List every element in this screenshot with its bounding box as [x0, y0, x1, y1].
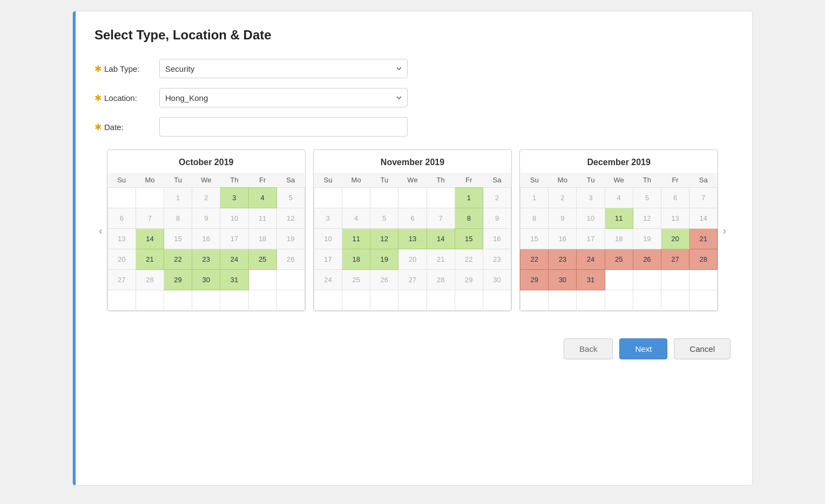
table-cell[interactable]: 31 [220, 270, 248, 290]
table-cell[interactable]: 25 [248, 249, 276, 270]
table-cell[interactable]: 27 [398, 270, 427, 290]
table-cell[interactable]: 24 [577, 249, 605, 270]
table-cell[interactable]: 18 [248, 229, 276, 249]
table-cell[interactable]: 18 [342, 249, 370, 270]
table-cell[interactable]: 5 [370, 208, 398, 229]
table-cell[interactable]: 3 [314, 208, 342, 229]
table-cell[interactable]: 22 [164, 249, 192, 270]
table-cell[interactable]: 25 [605, 249, 633, 270]
table-cell[interactable] [248, 270, 276, 290]
table-cell[interactable]: 17 [220, 229, 248, 249]
table-cell[interactable]: 7 [136, 208, 164, 229]
table-cell[interactable]: 28 [427, 270, 455, 290]
table-cell[interactable]: 12 [370, 229, 398, 249]
table-cell[interactable]: 1 [164, 188, 192, 208]
table-cell[interactable]: 11 [248, 208, 276, 229]
table-cell[interactable]: 6 [661, 188, 689, 208]
table-cell[interactable]: 2 [192, 188, 220, 208]
table-cell[interactable]: 29 [164, 270, 192, 290]
table-cell[interactable] [342, 188, 370, 208]
table-cell[interactable]: 16 [483, 229, 511, 249]
table-cell[interactable]: 23 [192, 249, 220, 270]
table-cell[interactable]: 24 [220, 249, 248, 270]
table-cell[interactable]: 16 [549, 229, 577, 249]
table-cell[interactable]: 19 [633, 229, 661, 249]
table-cell[interactable]: 7 [427, 208, 455, 229]
table-cell[interactable]: 21 [136, 249, 164, 270]
prev-arrow[interactable]: ‹ [94, 224, 107, 237]
table-cell[interactable]: 6 [107, 208, 136, 229]
table-cell[interactable] [398, 188, 427, 208]
table-cell[interactable]: 15 [164, 229, 192, 249]
table-cell[interactable]: 13 [398, 229, 427, 249]
location-select[interactable]: Hong_Kong Singapore Tokyo London [159, 88, 408, 107]
table-cell[interactable]: 19 [276, 229, 305, 249]
table-cell[interactable]: 16 [192, 229, 220, 249]
table-cell[interactable]: 17 [577, 229, 605, 249]
table-cell[interactable]: 8 [455, 208, 483, 229]
table-cell[interactable]: 24 [314, 270, 342, 290]
table-cell[interactable]: 10 [220, 208, 248, 229]
table-cell[interactable]: 4 [248, 188, 276, 208]
table-cell[interactable]: 10 [577, 208, 605, 229]
table-cell[interactable]: 13 [661, 208, 689, 229]
table-cell[interactable]: 5 [276, 188, 305, 208]
table-cell[interactable]: 31 [577, 270, 605, 290]
table-cell[interactable]: 4 [605, 188, 633, 208]
back-button[interactable]: Back [564, 338, 613, 359]
table-cell[interactable]: 2 [483, 188, 511, 208]
table-cell[interactable]: 26 [633, 249, 661, 270]
table-cell[interactable]: 7 [689, 188, 718, 208]
table-cell[interactable]: 26 [370, 270, 398, 290]
table-cell[interactable]: 29 [455, 270, 483, 290]
table-cell[interactable]: 28 [689, 249, 718, 270]
table-cell[interactable] [276, 270, 305, 290]
table-cell[interactable]: 28 [136, 270, 164, 290]
table-cell[interactable]: 12 [633, 208, 661, 229]
table-cell[interactable]: 22 [520, 249, 549, 270]
table-cell[interactable]: 20 [661, 229, 689, 249]
date-input[interactable] [159, 117, 408, 137]
table-cell[interactable] [427, 188, 455, 208]
table-cell[interactable]: 17 [314, 249, 342, 270]
table-cell[interactable]: 6 [398, 208, 427, 229]
cancel-button[interactable]: Cancel [674, 338, 731, 359]
table-cell[interactable]: 1 [455, 188, 483, 208]
table-cell[interactable]: 4 [342, 208, 370, 229]
table-cell[interactable]: 27 [107, 270, 136, 290]
table-cell[interactable] [314, 188, 342, 208]
table-cell[interactable]: 20 [398, 249, 427, 270]
table-cell[interactable]: 23 [483, 249, 511, 270]
table-cell[interactable]: 19 [370, 249, 398, 270]
table-cell[interactable]: 3 [220, 188, 248, 208]
table-cell[interactable]: 12 [276, 208, 305, 229]
table-cell[interactable]: 2 [549, 188, 577, 208]
table-cell[interactable]: 14 [136, 229, 164, 249]
table-cell[interactable]: 13 [107, 229, 136, 249]
table-cell[interactable]: 25 [342, 270, 370, 290]
table-cell[interactable]: 9 [483, 208, 511, 229]
table-cell[interactable]: 14 [427, 229, 455, 249]
table-cell[interactable]: 10 [314, 229, 342, 249]
table-cell[interactable]: 20 [107, 249, 136, 270]
table-cell[interactable]: 30 [549, 270, 577, 290]
table-cell[interactable] [136, 188, 164, 208]
table-cell[interactable]: 3 [577, 188, 605, 208]
table-cell[interactable]: 30 [192, 270, 220, 290]
table-cell[interactable]: 23 [549, 249, 577, 270]
table-cell[interactable]: 14 [689, 208, 718, 229]
table-cell[interactable]: 15 [455, 229, 483, 249]
table-cell[interactable]: 11 [605, 208, 633, 229]
next-arrow[interactable]: › [718, 224, 731, 237]
table-cell[interactable]: 21 [427, 249, 455, 270]
table-cell[interactable]: 5 [633, 188, 661, 208]
table-cell[interactable]: 1 [520, 188, 549, 208]
table-cell[interactable]: 9 [192, 208, 220, 229]
table-cell[interactable]: 29 [520, 270, 549, 290]
table-cell[interactable]: 9 [549, 208, 577, 229]
next-button[interactable]: Next [619, 338, 667, 359]
table-cell[interactable] [107, 188, 136, 208]
table-cell[interactable]: 11 [342, 229, 370, 249]
table-cell[interactable] [370, 188, 398, 208]
table-cell[interactable]: 8 [164, 208, 192, 229]
